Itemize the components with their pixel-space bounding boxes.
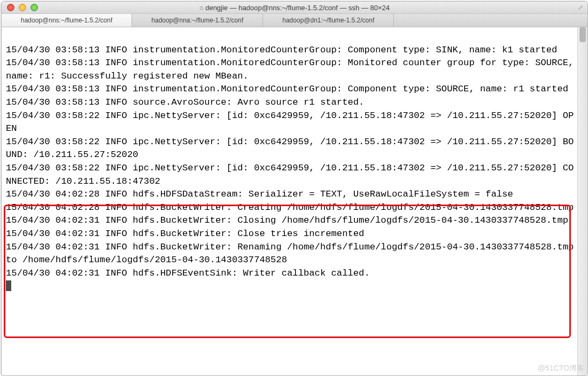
minimize-icon[interactable] (19, 4, 26, 11)
zoom-icon[interactable] (30, 4, 38, 11)
tab-label: hadoop@nna:~/flume-1.5.2/conf (151, 17, 243, 24)
log-line: 15/04/30 03:58:13 INFO source.AvroSource… (6, 97, 364, 107)
log-line: 15/04/30 03:58:22 INFO ipc.NettyServer: … (6, 137, 574, 160)
log-line: 15/04/30 03:58:13 INFO instrumentation.M… (6, 58, 579, 81)
terminal-window: ⌂ dengjie — hadoop@nns:~/flume-1.5.2/con… (1, 1, 588, 376)
scrollbar-vertical[interactable] (577, 27, 587, 375)
tab-bar: hadoop@nns:~/flume-1.5.2/conf hadoop@nna… (2, 14, 587, 27)
window-title-text: dengjie — hadoop@nns:~/flume-1.5.2/conf … (205, 4, 390, 12)
tab-dn1[interactable]: hadoop@dn1:~/flume-1.5.2/conf (263, 14, 394, 27)
expand-icon[interactable]: ⤢ (578, 4, 583, 11)
close-icon[interactable] (7, 4, 14, 11)
tab-nna[interactable]: hadoop@nna:~/flume-1.5.2/conf (132, 14, 263, 27)
home-icon: ⌂ (199, 4, 203, 11)
log-line: 15/04/30 04:02:28 INFO hdfs.HDFSDataStre… (6, 189, 513, 199)
log-line: 15/04/30 03:58:13 INFO instrumentation.M… (6, 84, 568, 94)
cursor-icon (6, 280, 11, 291)
log-line: 15/04/30 04:02:31 INFO hdfs.BucketWriter… (6, 242, 579, 265)
tab-nns[interactable]: hadoop@nns:~/flume-1.5.2/conf (2, 14, 132, 27)
terminal-output[interactable]: 15/04/30 03:58:13 INFO instrumentation.M… (2, 27, 577, 375)
tab-label: hadoop@dn1:~/flume-1.5.2/conf (282, 17, 374, 24)
log-line: 15/04/30 04:02:31 INFO hdfs.BucketWriter… (6, 215, 568, 225)
window-title: ⌂ dengjie — hadoop@nns:~/flume-1.5.2/con… (2, 4, 587, 12)
traffic-lights (2, 4, 38, 11)
log-line: 15/04/30 03:58:22 INFO ipc.NettyServer: … (6, 163, 574, 186)
tab-label: hadoop@nns:~/flume-1.5.2/conf (21, 17, 112, 24)
log-line: 15/04/30 04:02:31 INFO hdfs.BucketWriter… (6, 229, 364, 239)
log-line: 15/04/30 04:02:31 INFO hdfs.HDFSEventSin… (6, 268, 370, 278)
titlebar: ⌂ dengjie — hadoop@nns:~/flume-1.5.2/con… (2, 2, 587, 14)
scroll-thumb[interactable] (579, 27, 586, 42)
terminal-area: 15/04/30 03:58:13 INFO instrumentation.M… (2, 27, 587, 375)
log-line: 15/04/30 04:02:28 INFO hdfs.BucketWriter… (6, 202, 574, 213)
log-line: 15/04/30 03:58:13 INFO instrumentation.M… (6, 45, 557, 55)
log-line: 15/04/30 03:58:22 INFO ipc.NettyServer: … (6, 111, 574, 134)
